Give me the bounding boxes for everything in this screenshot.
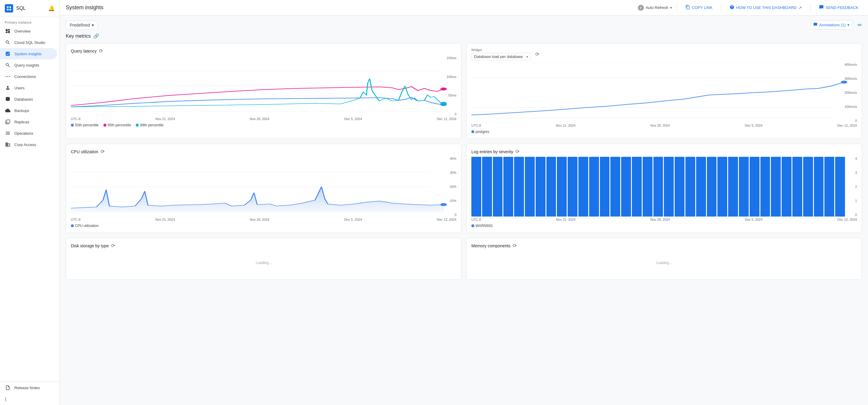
bar-item [664, 157, 674, 216]
sidebar-header: SQL 🔔 [0, 0, 60, 17]
sidebar-item-release-notes[interactable]: Release Notes [0, 382, 57, 393]
legend-dot-warning [471, 224, 474, 227]
x-dec5: Dec 5, 2024 [344, 117, 362, 121]
svg-rect-3 [9, 9, 11, 10]
predefined-chevron-icon: ▾ [92, 23, 94, 28]
sidebar-item-backups[interactable]: Backups [0, 105, 57, 116]
sidebar-collapse-btn[interactable]: ⟨ [0, 393, 60, 405]
x-utc8: UTC-8 [71, 117, 81, 121]
bar-item [739, 157, 749, 216]
widget-label-text: Widget [471, 48, 531, 52]
bar-item [824, 157, 834, 216]
bar-item [793, 157, 802, 216]
sidebar-item-users[interactable]: Users [0, 82, 57, 94]
sidebar-item-connections-label: Connections [14, 74, 36, 79]
bar-item [482, 157, 492, 216]
annotations-icon [813, 23, 817, 28]
cpu-x-nov21: Nov 21, 2024 [155, 218, 175, 221]
how-to-use-button[interactable]: HOW TO USE THIS DASHBOARD ↗ [726, 3, 806, 12]
sidebar-title: SQL [16, 6, 26, 11]
query-latency-card: Query latency ⟳ [66, 43, 462, 139]
query-insights-icon [5, 62, 11, 68]
sidebar-item-users-label: Users [14, 86, 25, 90]
svg-point-14 [440, 88, 447, 91]
memory-components-title: Memory components [471, 243, 510, 248]
log-y-0: 0 [855, 213, 857, 216]
auto-refresh-control[interactable]: ⏸ Auto Refresh ▾ [638, 5, 672, 11]
charts-grid: Query latency ⟳ [66, 43, 862, 233]
database-load-refresh-icon[interactable]: ⟳ [535, 52, 539, 57]
memory-components-refresh-icon[interactable]: ⟳ [513, 243, 517, 248]
bar-item [471, 157, 481, 216]
svg-rect-1 [9, 6, 11, 8]
bar-item [685, 157, 695, 216]
sidebar-item-overview-label: Overview [14, 29, 30, 33]
legend-99th: 99th percentile [136, 123, 163, 127]
sidebar-item-query-insights[interactable]: Query insights [0, 60, 57, 71]
auto-refresh-label: Auto Refresh [646, 5, 668, 10]
overview-icon [5, 28, 11, 34]
db-x-nov21: Nov 21, 2024 [556, 124, 576, 127]
widget-select-dropdown[interactable]: Database load per database Database load… [471, 53, 531, 60]
memory-components-header: Memory components ⟳ [471, 243, 857, 248]
sidebar-item-replicas[interactable]: Replicas [0, 116, 57, 128]
key-metrics-link-icon[interactable]: 🔗 [93, 33, 99, 39]
sidebar-item-databases-label: Databases [14, 97, 33, 102]
disk-storage-refresh-icon[interactable]: ⟳ [111, 243, 115, 248]
sidebar-item-system-insights-label: System insights [14, 52, 41, 56]
bar-item [514, 157, 524, 216]
log-y-3: 3 [855, 171, 857, 174]
log-y-2: 2 [855, 185, 857, 189]
bar-item [632, 157, 642, 216]
database-load-header: Widget Database load per database Databa… [471, 48, 857, 60]
bar-item [653, 157, 663, 216]
external-link-icon: ↗ [798, 5, 802, 10]
bar-item [728, 157, 738, 216]
sidebar-item-system-insights[interactable]: System insights [0, 48, 57, 60]
log-entries-legend: WARNING [471, 224, 857, 228]
sidebar-item-corp-access[interactable]: Corp Access [0, 139, 57, 150]
log-entries-y-labels: 4 3 2 1 0 [855, 157, 857, 216]
legend-cpu: CPU utilization [71, 224, 99, 228]
bar-item [503, 157, 513, 216]
sidebar-item-operations[interactable]: Operations [0, 128, 57, 139]
cloud-sql-studio-icon [5, 39, 11, 45]
bar-item [568, 157, 578, 216]
database-load-chart-area: 400ms/s 300ms/s 200ms/s 100ms/s 0 [471, 63, 857, 123]
cpu-utilization-title: CPU utilization [71, 149, 98, 154]
svg-point-6 [9, 76, 10, 77]
widget-selector: Widget Database load per database Databa… [471, 48, 531, 60]
sidebar-item-cloud-sql-studio[interactable]: Cloud SQL Studio [0, 37, 57, 48]
svg-point-21 [841, 81, 847, 83]
x-dec12: Dec 12, 2024 [437, 117, 457, 121]
sidebar-item-connections[interactable]: Connections [0, 71, 57, 82]
log-entries-bar-area [471, 157, 857, 216]
legend-95th: 95th percentile [103, 123, 131, 127]
main-content: System insights ⏸ Auto Refresh ▾ COPY LI… [60, 0, 868, 405]
send-feedback-button[interactable]: SEND FEEDBACK [815, 3, 862, 12]
cpu-utilization-refresh-icon[interactable]: ⟳ [101, 149, 104, 155]
key-metrics-heading: Key metrics 🔗 [66, 33, 862, 39]
query-latency-refresh-icon[interactable]: ⟳ [99, 48, 103, 54]
copy-link-button[interactable]: COPY LINK [682, 3, 716, 12]
bar-item [610, 157, 620, 216]
sidebar-item-overview[interactable]: Overview [0, 25, 57, 37]
content-area: Predefined ▾ Annotations (1) ▾ ✏ Key met… [60, 15, 868, 405]
bar-item [621, 157, 631, 216]
sidebar-item-replicas-label: Replicas [14, 120, 29, 124]
notification-bell-icon[interactable]: 🔔 [48, 5, 55, 12]
sidebar-item-databases[interactable]: Databases [0, 94, 57, 105]
edit-icon[interactable]: ✏ [858, 22, 862, 28]
log-entries-refresh-icon[interactable]: ⟳ [516, 149, 520, 155]
databases-icon [5, 96, 11, 102]
x-nov28: Nov 28, 2024 [250, 117, 269, 121]
predefined-button[interactable]: Predefined ▾ [66, 21, 98, 30]
annotations-button[interactable]: Annotations (1) ▾ [810, 20, 853, 30]
replicas-icon [5, 119, 11, 125]
bar-item [600, 157, 610, 216]
page-title: System insights [66, 4, 103, 11]
bar-item [675, 157, 684, 216]
svg-rect-0 [7, 6, 8, 8]
how-to-use-label: HOW TO USE THIS DASHBOARD [736, 5, 797, 10]
legend-label-cpu: CPU utilization [75, 224, 99, 228]
